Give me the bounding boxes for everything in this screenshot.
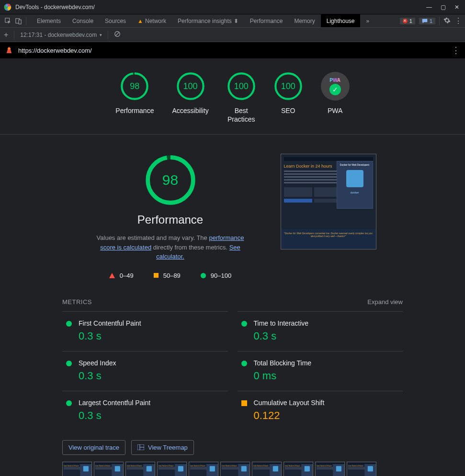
score-legend: 0–49 50–89 90–100 <box>89 272 252 279</box>
tabs-overflow[interactable]: » <box>360 14 375 27</box>
filmstrip-frame[interactable]: Learn Docker in 24 hours <box>62 462 92 476</box>
expand-view-toggle[interactable]: Expand view <box>367 298 403 306</box>
beaker-icon: ⬍ <box>234 18 238 24</box>
filmstrip-frame[interactable]: Learn Docker in 24 hours <box>125 462 155 476</box>
filmstrip-frame[interactable]: Learn Docker in 24 hours <box>252 462 282 476</box>
report-header: https://dockerwebdev.com/ ⋮ <box>0 42 465 58</box>
tab-sources[interactable]: Sources <box>99 14 132 27</box>
settings-icon[interactable] <box>443 17 451 25</box>
tab-network[interactable]: ▲Network <box>132 14 172 27</box>
metric-value: 0.122 <box>254 409 325 422</box>
score-pwa[interactable]: PWA✓ PWA <box>321 72 350 124</box>
performance-title: Performance <box>89 213 252 227</box>
tab-performance-insights[interactable]: Performance insights ⬍ <box>172 14 244 27</box>
check-icon: ✓ <box>329 84 341 95</box>
metric-name: Cumulative Layout Shift <box>254 399 325 407</box>
minimize-button[interactable]: — <box>426 4 432 11</box>
inspect-icon[interactable] <box>3 18 13 24</box>
metric-name: Total Blocking Time <box>254 359 312 367</box>
metrics-section: METRICS Expand view First Contentful Pai… <box>0 289 465 440</box>
panel-tabs: Elements Console Sources ▲Network Perfor… <box>31 14 375 27</box>
view-original-trace-button[interactable]: View original trace <box>62 440 125 455</box>
metric-item: Cumulative Layout Shift 0.122 <box>238 391 403 431</box>
lighthouse-subbar: + 12:17:31 - dockerwebdev.com▾ <box>0 28 465 42</box>
more-menu-icon[interactable]: ⋮ <box>454 16 462 25</box>
metric-value: 0.3 s <box>79 370 116 382</box>
circle-icon <box>66 361 72 366</box>
metrics-header: METRICS <box>62 298 92 306</box>
circle-icon <box>241 321 247 327</box>
svg-rect-5 <box>19 20 21 24</box>
metric-name: First Contentful Paint <box>79 319 141 327</box>
close-button[interactable]: ✕ <box>454 4 459 11</box>
trace-actions: View original trace View Treemap <box>0 440 465 462</box>
metric-item: Largest Contentful Paint 0.3 s <box>62 391 228 431</box>
filmstrip-frame[interactable]: Learn Docker in 24 hours <box>220 462 250 476</box>
chrome-icon <box>4 3 11 11</box>
message-count-badge[interactable]: 1 <box>419 18 435 24</box>
view-treemap-button[interactable]: View Treemap <box>131 440 194 455</box>
filmstrip-frame[interactable]: Learn Docker in 24 hours <box>94 462 124 476</box>
device-toggle-icon[interactable] <box>13 18 24 24</box>
category-scores: 98 Performance 100 Accessibility 100 Bes… <box>0 58 465 135</box>
filmstrip-frame[interactable]: Learn Docker in 24 hours <box>347 462 376 476</box>
svg-rect-8 <box>8 48 11 49</box>
devtools-tabbar: Elements Console Sources ▲Network Perfor… <box>0 14 465 28</box>
square-icon <box>154 273 159 278</box>
filmstrip-frame[interactable]: Learn Docker in 24 hours <box>189 462 218 476</box>
score-seo[interactable]: 100 SEO <box>274 72 303 124</box>
performance-gauge: 98 <box>144 154 197 206</box>
warning-icon: ▲ <box>137 18 143 24</box>
metric-value: 0.3 s <box>79 409 150 422</box>
square-icon <box>241 400 247 406</box>
tab-lighthouse[interactable]: Lighthouse <box>321 14 361 27</box>
report-content: 98 Performance 100 Accessibility 100 Bes… <box>0 58 465 476</box>
performance-description: Values are estimated and may vary. The p… <box>89 233 252 261</box>
treemap-icon <box>137 444 144 450</box>
circle-icon <box>66 400 72 406</box>
performance-section: 98 Performance Values are estimated and … <box>0 135 465 289</box>
page-screenshot: Learn Docker in 24 hours Docker for Web … <box>281 154 376 249</box>
score-performance[interactable]: 98 Performance <box>115 72 154 124</box>
metric-item: Time to Interactive 0.3 s <box>238 311 403 351</box>
filmstrip-frame[interactable]: Learn Docker in 24 hours <box>157 462 187 476</box>
report-url: https://dockerwebdev.com/ <box>18 47 447 54</box>
svg-line-7 <box>116 33 119 36</box>
circle-icon <box>201 273 206 278</box>
filmstrip: Learn Docker in 24 hoursLearn Docker in … <box>0 462 465 476</box>
metric-item: First Contentful Paint 0.3 s <box>62 311 228 351</box>
error-count-badge[interactable]: ✕1 <box>400 18 415 24</box>
score-best-practices[interactable]: 100 Best Practices <box>227 72 256 124</box>
filmstrip-frame[interactable]: Learn Docker in 24 hours <box>315 462 345 476</box>
report-selector[interactable]: 12:17:31 - dockerwebdev.com▾ <box>20 32 102 38</box>
triangle-icon <box>109 273 115 278</box>
metric-value: 0.3 s <box>254 330 309 342</box>
lighthouse-icon <box>5 46 13 55</box>
filmstrip-frame[interactable]: Learn Docker in 24 hours <box>284 462 313 476</box>
score-accessibility[interactable]: 100 Accessibility <box>172 72 208 124</box>
report-menu-icon[interactable]: ⋮ <box>452 45 460 56</box>
tab-elements[interactable]: Elements <box>31 14 67 27</box>
tab-memory[interactable]: Memory <box>288 14 320 27</box>
metric-value: 0 ms <box>254 370 312 382</box>
window-title: DevTools - dockerwebdev.com/ <box>15 4 426 11</box>
maximize-button[interactable]: ▢ <box>441 4 446 11</box>
circle-icon <box>66 321 72 327</box>
circle-icon <box>241 361 247 366</box>
metric-item: Total Blocking Time 0 ms <box>238 351 403 391</box>
tab-console[interactable]: Console <box>67 14 99 27</box>
metric-name: Time to Interactive <box>254 319 309 327</box>
metric-item: Speed Index 0.3 s <box>62 351 228 391</box>
new-report-button[interactable]: + <box>4 31 8 39</box>
tab-performance[interactable]: Performance <box>244 14 289 27</box>
metric-name: Speed Index <box>79 359 116 367</box>
window-titlebar: DevTools - dockerwebdev.com/ — ▢ ✕ <box>0 0 465 14</box>
clear-icon[interactable] <box>114 31 121 39</box>
metric-value: 0.3 s <box>79 330 141 342</box>
metric-name: Largest Contentful Paint <box>79 399 150 407</box>
